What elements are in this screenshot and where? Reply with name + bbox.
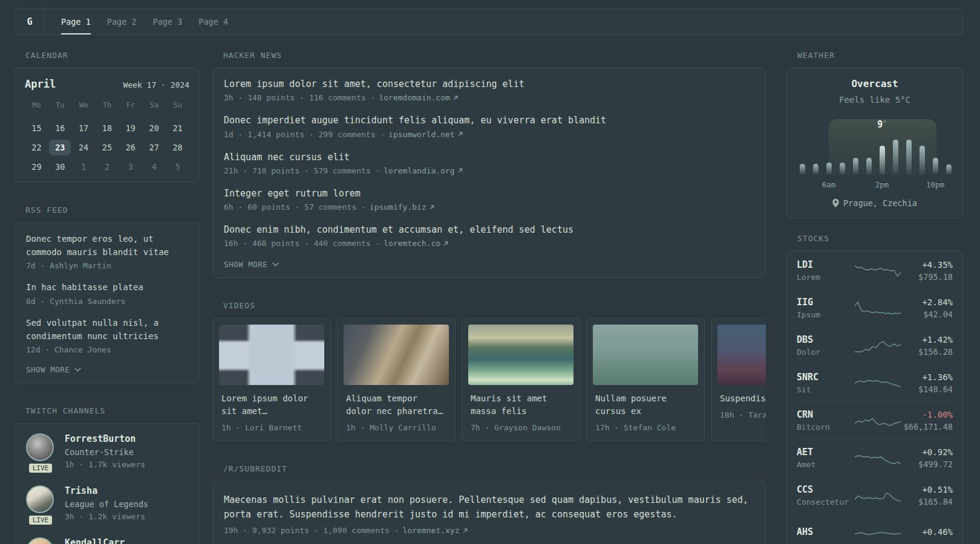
- stock-row[interactable]: DBS Dolor +1.42% $156.28: [797, 327, 953, 364]
- stock-name: Ipsum: [797, 310, 855, 319]
- stock-ticker[interactable]: CRN: [797, 409, 855, 420]
- video-title[interactable]: Lorem ipsum dolor sit amet consectetu…: [221, 392, 322, 418]
- stock-row[interactable]: CCS Consectetur +0.51% $165.84: [797, 477, 953, 514]
- rss-item-title[interactable]: Donec tempor eros leo, ut commodo mauris…: [26, 233, 188, 259]
- video-thumbnail[interactable]: [344, 325, 449, 385]
- hn-item-title[interactable]: Donec enim nibh, condimentum et accumsan…: [224, 224, 754, 236]
- hn-item: Donec imperdiet augue tincidunt felis al…: [224, 114, 754, 138]
- external-link-icon: [463, 528, 468, 533]
- twitch-channel-name[interactable]: Trisha: [65, 485, 148, 496]
- hn-domain-link[interactable]: ipsumworld.net: [388, 130, 463, 139]
- hn-domain-text: ipsumify.biz: [370, 202, 426, 212]
- video-card[interactable]: Mauris sit amet massa felis 7h · Grayson…: [462, 318, 580, 441]
- stock-row[interactable]: SNRC Sit +1.36% $148.64: [797, 364, 953, 402]
- hn-item-title[interactable]: Lorem ipsum dolor sit amet, consectetur …: [224, 78, 754, 90]
- hn-meta-text: 6h · 60 points · 57 comments ·: [224, 202, 366, 212]
- hn-show-more-button[interactable]: SHOW MORE: [224, 260, 754, 269]
- time-label: 6am: [822, 180, 836, 189]
- video-thumbnail[interactable]: [717, 325, 766, 385]
- video-card[interactable]: Aliquam tempor dolor nec pharetra… 1h · …: [337, 318, 456, 441]
- external-link-icon: [443, 241, 448, 246]
- weekday-label: Tu: [48, 100, 72, 111]
- rss-item-title[interactable]: Sed volutpat nulla nisl, a condimentum n…: [26, 317, 188, 343]
- external-link-icon: [430, 205, 434, 210]
- weather-section: WEATHER Overcast Feels like 5°C 9° 6am 2…: [786, 51, 963, 218]
- stock-change: +0.92%: [918, 447, 953, 457]
- video-thumbnail[interactable]: [468, 325, 573, 385]
- hn-domain-link[interactable]: loremtech.co: [384, 239, 448, 248]
- stock-row[interactable]: IIG Ipsum +2.84% $42.04: [797, 290, 953, 327]
- stock-row[interactable]: AET Amet +0.92% $499.72: [797, 439, 953, 477]
- video-card[interactable]: Nullam posuere cursus ex 17h · Stefan Co…: [586, 318, 705, 441]
- stock-ticker[interactable]: AET: [797, 447, 855, 458]
- hn-item-meta: 3h · 148 points · 116 comments · loremdo…: [224, 93, 754, 102]
- stock-ticker[interactable]: CCS: [797, 484, 855, 495]
- twitch-section: TWITCH CHANNELS LIVE ForrestBurton Count…: [15, 406, 200, 544]
- calendar-day: 16: [49, 120, 71, 136]
- rss-item-meta: 7d · Ashlyn Martin: [26, 261, 188, 270]
- hn-item: Integer eget rutrum lorem 6h · 60 points…: [224, 187, 754, 212]
- video-meta: 1h · Molly Carrillo: [346, 423, 446, 432]
- hn-item-meta: 1d · 1,414 points · 299 comments · ipsum…: [224, 130, 754, 139]
- stock-row[interactable]: CRN Bitcorn -1.00% $66,171.48: [797, 402, 953, 439]
- stocks-card: LDI Lorem +4.35% $795.18 IIG Ipsum: [786, 251, 963, 544]
- hn-domain-link[interactable]: loremlandia.org: [384, 166, 462, 175]
- temperature-value: 9: [877, 119, 883, 130]
- video-thumbnail[interactable]: [219, 325, 324, 385]
- stock-ticker[interactable]: LDI: [797, 259, 855, 270]
- video-title[interactable]: Suspendisse diam: [720, 392, 766, 405]
- twitch-channel-row[interactable]: LIVE Trisha League of Legends 3h · 1.2k …: [26, 485, 188, 525]
- weather-bar: [840, 163, 845, 175]
- stock-sparkline: [855, 337, 901, 355]
- reddit-domain-link[interactable]: loremnet.xyz: [403, 526, 468, 535]
- hn-item: Donec enim nibh, condimentum et accumsan…: [224, 224, 754, 248]
- rss-show-more-button[interactable]: SHOW MORE: [26, 365, 188, 374]
- stock-row[interactable]: LDI Lorem +4.35% $795.18: [797, 252, 953, 290]
- stock-ticker[interactable]: IIG: [797, 297, 855, 308]
- weather-condition: Overcast: [795, 78, 954, 89]
- calendar-card: April Week 17 · 2024 Mo Tu We Th Fr Sa S…: [15, 68, 200, 183]
- stock-change: +0.51%: [918, 485, 953, 494]
- twitch-avatar-wrap: LIVE: [26, 433, 55, 473]
- app-logo[interactable]: G: [15, 9, 45, 34]
- hn-item-meta: 16h · 468 points · 440 comments · loremt…: [224, 239, 754, 248]
- hn-domain-link[interactable]: loremdomain.com: [379, 93, 457, 102]
- stock-ticker[interactable]: AHS: [797, 526, 855, 537]
- twitch-channel-row[interactable]: LIVE KendallCarr: [26, 537, 188, 544]
- reddit-post-title[interactable]: Maecenas mollis pulvinar erat non posuer…: [224, 493, 754, 522]
- video-title[interactable]: Nullam posuere cursus ex: [595, 392, 696, 418]
- weather-card: Overcast Feels like 5°C 9° 6am 2pm 10pm: [786, 68, 963, 218]
- calendar-header: CALENDAR: [25, 51, 200, 60]
- videos-header: VIDEOS: [223, 301, 766, 310]
- show-more-label: SHOW MORE: [26, 365, 70, 374]
- calendar-day: 5: [167, 159, 189, 175]
- tab-page-2[interactable]: Page 2: [107, 9, 137, 34]
- video-card[interactable]: Suspendisse diam 18h · Tara: [711, 318, 766, 441]
- twitch-channel-row[interactable]: LIVE ForrestBurton Counter-Strike 1h · 1…: [26, 433, 188, 473]
- stock-name: Dolor: [797, 348, 855, 357]
- subreddit-card: Maecenas mollis pulvinar erat non posuer…: [212, 481, 766, 544]
- twitch-meta: 3h · 1.2k viewers: [65, 512, 148, 521]
- hn-item-title[interactable]: Donec imperdiet augue tincidunt felis al…: [224, 114, 754, 126]
- hn-item-title[interactable]: Aliquam nec cursus elit: [224, 151, 754, 163]
- stock-row[interactable]: AHS +0.46%: [797, 514, 953, 544]
- stock-ticker[interactable]: DBS: [797, 334, 855, 345]
- twitch-channel-name[interactable]: KendallCarr: [65, 537, 125, 544]
- tab-page-3[interactable]: Page 3: [153, 9, 183, 34]
- video-title[interactable]: Aliquam tempor dolor nec pharetra…: [346, 392, 446, 418]
- video-meta: 1h · Lori Barnett: [221, 423, 322, 432]
- tab-page-1[interactable]: Page 1: [61, 9, 91, 34]
- rss-header: RSS FEED: [25, 206, 200, 215]
- video-card[interactable]: Lorem ipsum dolor sit amet consectetu… 1…: [212, 318, 331, 441]
- live-badge: LIVE: [29, 516, 53, 525]
- hn-item-title[interactable]: Integer eget rutrum lorem: [224, 187, 754, 199]
- hn-domain-link[interactable]: ipsumify.biz: [370, 202, 434, 212]
- video-title[interactable]: Mauris sit amet massa felis: [471, 392, 571, 418]
- tab-page-4[interactable]: Page 4: [198, 9, 228, 34]
- video-thumbnail[interactable]: [593, 325, 698, 385]
- twitch-channel-name[interactable]: ForrestBurton: [65, 433, 145, 444]
- rss-item-title[interactable]: In hac habitasse platea: [26, 281, 188, 294]
- twitch-game: League of Legends: [65, 499, 148, 509]
- time-label: 10pm: [926, 180, 944, 189]
- stock-ticker[interactable]: SNRC: [797, 372, 855, 383]
